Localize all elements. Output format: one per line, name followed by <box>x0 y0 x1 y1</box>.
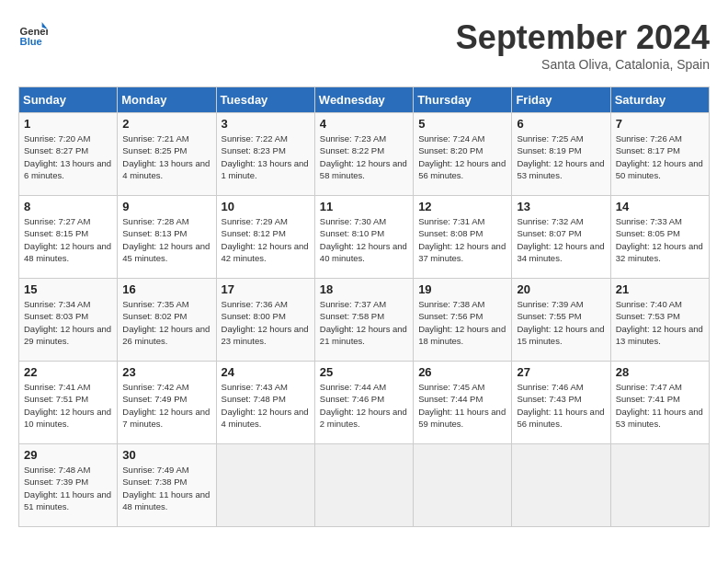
calendar-week-3: 15Sunrise: 7:34 AMSunset: 8:03 PMDayligh… <box>19 279 710 362</box>
day-info: Sunrise: 7:20 AMSunset: 8:27 PMDaylight:… <box>24 132 112 181</box>
calendar-table: Sunday Monday Tuesday Wednesday Thursday… <box>18 86 710 527</box>
table-row: 23Sunrise: 7:42 AMSunset: 7:49 PMDayligh… <box>118 362 216 444</box>
day-number: 28 <box>616 365 704 379</box>
calendar-week-2: 8Sunrise: 7:27 AMSunset: 8:15 PMDaylight… <box>19 196 710 279</box>
header-thursday: Thursday <box>414 87 512 113</box>
day-info: Sunrise: 7:22 AMSunset: 8:23 PMDaylight:… <box>222 132 310 181</box>
day-info: Sunrise: 7:43 AMSunset: 7:48 PMDaylight:… <box>222 381 310 430</box>
day-info: Sunrise: 7:42 AMSunset: 7:49 PMDaylight:… <box>122 381 210 430</box>
table-row: 29Sunrise: 7:48 AMSunset: 7:39 PMDayligh… <box>19 444 118 527</box>
logo: General Blue <box>18 18 48 48</box>
header-sunday: Sunday <box>19 87 118 113</box>
day-info: Sunrise: 7:38 AMSunset: 7:56 PMDaylight:… <box>418 298 506 347</box>
table-row: 15Sunrise: 7:34 AMSunset: 8:03 PMDayligh… <box>19 279 118 362</box>
table-row: 1Sunrise: 7:20 AMSunset: 8:27 PMDaylight… <box>19 113 118 196</box>
day-info: Sunrise: 7:34 AMSunset: 8:03 PMDaylight:… <box>24 298 112 347</box>
table-row <box>512 444 610 527</box>
day-number: 5 <box>418 117 506 131</box>
day-info: Sunrise: 7:47 AMSunset: 7:41 PMDaylight:… <box>616 381 704 430</box>
title-block: September 2024 Santa Oliva, Catalonia, S… <box>456 18 710 72</box>
header-saturday: Saturday <box>610 87 709 113</box>
table-row: 25Sunrise: 7:44 AMSunset: 7:46 PMDayligh… <box>314 362 413 444</box>
day-number: 30 <box>122 448 210 462</box>
day-number: 24 <box>222 365 310 379</box>
day-number: 10 <box>222 200 310 213</box>
table-row: 6Sunrise: 7:25 AMSunset: 8:19 PMDaylight… <box>512 113 610 196</box>
table-row: 21Sunrise: 7:40 AMSunset: 7:53 PMDayligh… <box>610 279 709 362</box>
day-number: 27 <box>517 365 605 379</box>
day-number: 8 <box>24 200 112 213</box>
table-row <box>414 444 512 527</box>
table-row: 16Sunrise: 7:35 AMSunset: 8:02 PMDayligh… <box>118 279 216 362</box>
day-number: 1 <box>24 117 112 131</box>
day-info: Sunrise: 7:26 AMSunset: 8:17 PMDaylight:… <box>616 132 704 181</box>
table-row: 8Sunrise: 7:27 AMSunset: 8:15 PMDaylight… <box>19 196 118 279</box>
day-number: 26 <box>418 365 506 379</box>
header-tuesday: Tuesday <box>216 87 314 113</box>
table-row: 12Sunrise: 7:31 AMSunset: 8:08 PMDayligh… <box>414 196 512 279</box>
day-info: Sunrise: 7:49 AMSunset: 7:38 PMDaylight:… <box>122 464 210 512</box>
day-info: Sunrise: 7:39 AMSunset: 7:55 PMDaylight:… <box>517 298 605 347</box>
day-info: Sunrise: 7:27 AMSunset: 8:15 PMDaylight:… <box>24 215 112 264</box>
table-row: 14Sunrise: 7:33 AMSunset: 8:05 PMDayligh… <box>610 196 709 279</box>
day-number: 29 <box>24 448 112 462</box>
day-info: Sunrise: 7:44 AMSunset: 7:46 PMDaylight:… <box>320 381 408 430</box>
table-row: 9Sunrise: 7:28 AMSunset: 8:13 PMDaylight… <box>118 196 216 279</box>
day-info: Sunrise: 7:25 AMSunset: 8:19 PMDaylight:… <box>517 132 605 181</box>
day-number: 3 <box>222 117 310 131</box>
table-row: 19Sunrise: 7:38 AMSunset: 7:56 PMDayligh… <box>414 279 512 362</box>
table-row: 2Sunrise: 7:21 AMSunset: 8:25 PMDaylight… <box>118 113 216 196</box>
table-row: 18Sunrise: 7:37 AMSunset: 7:58 PMDayligh… <box>314 279 413 362</box>
calendar-week-4: 22Sunrise: 7:41 AMSunset: 7:51 PMDayligh… <box>19 362 710 444</box>
table-row: 22Sunrise: 7:41 AMSunset: 7:51 PMDayligh… <box>19 362 118 444</box>
table-row: 27Sunrise: 7:46 AMSunset: 7:43 PMDayligh… <box>512 362 610 444</box>
day-info: Sunrise: 7:24 AMSunset: 8:20 PMDaylight:… <box>418 132 506 181</box>
day-info: Sunrise: 7:41 AMSunset: 7:51 PMDaylight:… <box>24 381 112 430</box>
location-subtitle: Santa Oliva, Catalonia, Spain <box>456 57 710 72</box>
day-number: 18 <box>320 282 408 296</box>
day-number: 16 <box>122 282 210 296</box>
svg-text:Blue: Blue <box>20 36 42 47</box>
day-info: Sunrise: 7:45 AMSunset: 7:44 PMDaylight:… <box>418 381 506 430</box>
day-number: 12 <box>418 200 506 213</box>
table-row <box>216 444 314 527</box>
table-row: 4Sunrise: 7:23 AMSunset: 8:22 PMDaylight… <box>314 113 413 196</box>
weekday-header-row: Sunday Monday Tuesday Wednesday Thursday… <box>19 87 710 113</box>
day-number: 2 <box>122 117 210 131</box>
day-number: 11 <box>320 200 408 213</box>
table-row: 3Sunrise: 7:22 AMSunset: 8:23 PMDaylight… <box>216 113 314 196</box>
header-monday: Monday <box>118 87 216 113</box>
table-row: 10Sunrise: 7:29 AMSunset: 8:12 PMDayligh… <box>216 196 314 279</box>
header-friday: Friday <box>512 87 610 113</box>
calendar-week-5: 29Sunrise: 7:48 AMSunset: 7:39 PMDayligh… <box>19 444 710 527</box>
day-number: 22 <box>24 365 112 379</box>
day-number: 20 <box>517 282 605 296</box>
table-row: 7Sunrise: 7:26 AMSunset: 8:17 PMDaylight… <box>610 113 709 196</box>
day-number: 4 <box>320 117 408 131</box>
day-number: 19 <box>418 282 506 296</box>
day-number: 14 <box>616 200 704 213</box>
day-info: Sunrise: 7:37 AMSunset: 7:58 PMDaylight:… <box>320 298 408 347</box>
table-row: 28Sunrise: 7:47 AMSunset: 7:41 PMDayligh… <box>610 362 709 444</box>
day-info: Sunrise: 7:36 AMSunset: 8:00 PMDaylight:… <box>222 298 310 347</box>
day-info: Sunrise: 7:21 AMSunset: 8:25 PMDaylight:… <box>122 132 210 181</box>
day-number: 6 <box>517 117 605 131</box>
day-info: Sunrise: 7:28 AMSunset: 8:13 PMDaylight:… <box>122 215 210 264</box>
table-row <box>610 444 709 527</box>
day-info: Sunrise: 7:29 AMSunset: 8:12 PMDaylight:… <box>222 215 310 264</box>
table-row: 20Sunrise: 7:39 AMSunset: 7:55 PMDayligh… <box>512 279 610 362</box>
day-info: Sunrise: 7:33 AMSunset: 8:05 PMDaylight:… <box>616 215 704 264</box>
table-row: 24Sunrise: 7:43 AMSunset: 7:48 PMDayligh… <box>216 362 314 444</box>
day-info: Sunrise: 7:35 AMSunset: 8:02 PMDaylight:… <box>122 298 210 347</box>
page-header: General Blue September 2024 Santa Oliva,… <box>18 18 710 72</box>
day-info: Sunrise: 7:46 AMSunset: 7:43 PMDaylight:… <box>517 381 605 430</box>
table-row: 5Sunrise: 7:24 AMSunset: 8:20 PMDaylight… <box>414 113 512 196</box>
day-number: 23 <box>122 365 210 379</box>
table-row <box>314 444 413 527</box>
day-number: 25 <box>320 365 408 379</box>
header-wednesday: Wednesday <box>314 87 413 113</box>
day-info: Sunrise: 7:23 AMSunset: 8:22 PMDaylight:… <box>320 132 408 181</box>
logo-icon: General Blue <box>18 18 48 48</box>
calendar-week-1: 1Sunrise: 7:20 AMSunset: 8:27 PMDaylight… <box>19 113 710 196</box>
table-row: 30Sunrise: 7:49 AMSunset: 7:38 PMDayligh… <box>118 444 216 527</box>
